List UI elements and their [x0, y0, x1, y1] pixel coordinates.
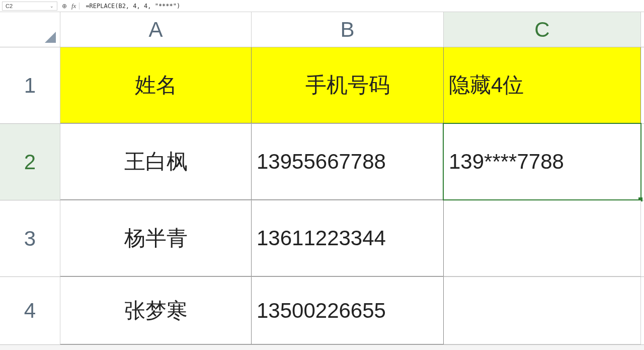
cell-b1[interactable]: 手机号码 — [252, 47, 444, 123]
table-row: 1 姓名 手机号码 隐藏4位 — [0, 47, 644, 124]
cell-a4[interactable]: 张梦寒 — [60, 277, 252, 344]
cell-b3[interactable]: 13611223344 — [252, 200, 444, 276]
formula-input[interactable] — [83, 3, 642, 10]
row-header-2[interactable]: 2 — [0, 124, 60, 200]
divider — [79, 3, 79, 10]
chevron-down-icon: ⌄ — [50, 4, 54, 9]
cell-b4[interactable]: 13500226655 — [252, 277, 444, 344]
name-box[interactable]: C2 ⌄ — [2, 2, 57, 11]
cell-c2-value: 139****7788 — [449, 150, 564, 174]
cell-a1[interactable]: 姓名 — [60, 47, 252, 123]
column-header-c[interactable]: C — [444, 12, 641, 47]
cell-c4[interactable] — [444, 277, 641, 344]
cell-a2[interactable]: 王白枫 — [60, 124, 252, 200]
cell-b2[interactable]: 13955667788 — [252, 124, 444, 200]
cell-c3[interactable] — [444, 200, 641, 276]
column-header-a[interactable]: A — [60, 12, 252, 47]
row-header-4[interactable]: 4 — [0, 277, 60, 344]
select-all-corner[interactable] — [0, 12, 60, 47]
cell-a3[interactable]: 杨半青 — [60, 200, 252, 276]
table-row: 2 王白枫 13955667788 139****7788 — [0, 124, 644, 200]
spreadsheet-grid: A B C 1 姓名 手机号码 隐藏4位 2 王白枫 13955667788 1… — [0, 12, 644, 345]
table-row: 4 张梦寒 13500226655 — [0, 277, 644, 345]
row-header-1[interactable]: 1 — [0, 47, 60, 123]
zoom-icon[interactable]: ⊕ — [60, 3, 68, 10]
table-row: 3 杨半青 13611223344 — [0, 200, 644, 277]
triangle-icon — [45, 32, 56, 43]
row-header-3[interactable]: 3 — [0, 200, 60, 276]
column-header-b[interactable]: B — [252, 12, 444, 47]
column-headers-row: A B C — [0, 12, 644, 47]
cell-c2[interactable]: 139****7788 — [444, 124, 641, 200]
cell-c1[interactable]: 隐藏4位 — [444, 47, 641, 123]
formula-bar: C2 ⌄ ⊕ fx — [0, 0, 644, 12]
fx-label[interactable]: fx — [71, 2, 76, 10]
cell-reference: C2 — [6, 3, 13, 9]
